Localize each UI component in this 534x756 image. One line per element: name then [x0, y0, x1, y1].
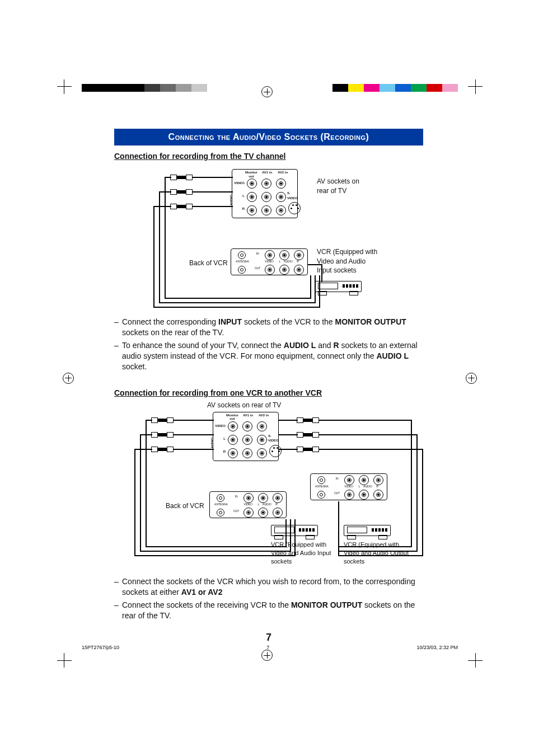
- rca-plug-icon: [308, 447, 319, 452]
- rca-socket-icon: [228, 421, 238, 431]
- diagram-wire: [193, 206, 233, 207]
- label: ANTENNA: [235, 260, 250, 263]
- color-swatches-right: [317, 84, 458, 92]
- label: Monitor out: [224, 414, 240, 421]
- rca-plug-icon: [151, 432, 162, 438]
- registration-mark-icon: [466, 373, 477, 384]
- diagram-wire: [279, 449, 298, 450]
- label: AV2 in: [275, 171, 291, 174]
- swatch: [113, 84, 129, 92]
- label: R: [374, 485, 380, 488]
- figure-caption: AV sockets on rear of TV: [207, 401, 281, 410]
- diagram-wire: [319, 434, 418, 435]
- list-item: Connect the sockets of the VCR which you…: [122, 576, 423, 598]
- coax-socket-icon: [217, 494, 224, 502]
- list-item: Connect the sockets of the receiving VCR…: [122, 600, 423, 621]
- rca-socket-icon: [242, 421, 252, 431]
- footer-timestamp: 10/23/03, 2:32 PM: [416, 644, 458, 651]
- label: VIDEO: [231, 181, 245, 185]
- label: AV1 in: [240, 414, 256, 417]
- footer-filename: 15PT2767/p5-10: [82, 644, 119, 651]
- rca-socket-icon: [261, 205, 271, 215]
- section-title: Connecting the Audio/Video Sockets (Reco…: [114, 129, 423, 145]
- diagram-wire: [174, 420, 214, 421]
- diagram-wire: [134, 449, 152, 450]
- coax-socket-icon: [317, 491, 325, 499]
- rca-socket-icon: [242, 435, 252, 445]
- rca-socket-icon: [276, 192, 286, 202]
- swatch: [144, 84, 160, 92]
- rca-socket-icon: [258, 493, 268, 503]
- rca-plug-icon: [162, 432, 174, 438]
- swatch: [380, 84, 395, 92]
- crop-mark-icon: [57, 645, 79, 668]
- diagram-wire: [308, 264, 322, 265]
- bullet-list: Connect the corresponding INPUT sockets …: [114, 317, 423, 372]
- label: VIDEO: [343, 485, 354, 488]
- diagram-wire: [279, 420, 298, 421]
- rca-plug-icon: [170, 189, 181, 195]
- svideo-socket-icon: [269, 445, 282, 457]
- rca-socket-icon: [257, 421, 267, 431]
- diagram-wire: [153, 206, 171, 207]
- rca-plug-icon: [297, 432, 308, 438]
- diagram-tv-socket-panel: Monitor out AV1 in AV2 in VIDEO L AUDIO …: [213, 412, 279, 461]
- figure-caption: Back of VCR: [166, 501, 204, 510]
- registration-mark-icon: [261, 650, 273, 661]
- rca-plug-icon: [297, 417, 308, 423]
- coax-socket-icon: [317, 476, 325, 484]
- diagram-wire: [146, 420, 152, 421]
- diagram-tv-socket-panel: Monitor out AV1 in AV2 in VIDEO L AUDIO …: [232, 169, 298, 218]
- rca-plug-icon: [181, 204, 193, 209]
- diagram-wire: [310, 275, 311, 299]
- rca-socket-icon: [279, 265, 289, 275]
- diagram-wire: [165, 177, 166, 299]
- print-footer: 15PT2767/p5-10 7 10/23/03, 2:32 PM: [82, 644, 458, 651]
- rca-plug-icon: [181, 175, 193, 180]
- rca-socket-icon: [344, 475, 354, 485]
- coax-socket-icon: [238, 266, 246, 274]
- diagram-wire: [193, 191, 233, 192]
- rca-socket-icon: [243, 508, 254, 518]
- rca-socket-icon: [242, 448, 252, 458]
- rca-plug-icon: [308, 417, 319, 423]
- footer-sheet: 7: [266, 644, 269, 651]
- diagram-vcr-back-panel: ANTENNA VIDEO L AUDIO R IN OUT: [231, 248, 308, 275]
- swatch: [317, 84, 332, 92]
- vcr-unit-icon: [315, 281, 362, 295]
- label: IN: [254, 252, 261, 255]
- rca-socket-icon: [344, 490, 354, 500]
- figure-record-from-tv: Monitor out AV1 in AV2 in VIDEO L AUDIO …: [114, 163, 423, 309]
- label: R: [212, 449, 226, 454]
- rca-plug-icon: [162, 447, 174, 452]
- figure-caption: VCR (Equipped with Video and Audio Input…: [317, 247, 378, 275]
- figure-caption: VCR (Equipped with Video and Audio Input…: [271, 541, 332, 566]
- rca-socket-icon: [273, 493, 283, 503]
- rca-socket-icon: [228, 435, 238, 445]
- diagram-wire: [279, 434, 298, 435]
- rca-socket-icon: [359, 475, 369, 485]
- swatch: [364, 84, 380, 92]
- diagram-wire: [193, 177, 233, 178]
- rca-plug-icon: [297, 447, 308, 452]
- label: S-VIDEO: [287, 191, 301, 200]
- vcr-unit-icon: [271, 525, 318, 539]
- swatch: [82, 84, 97, 92]
- registration-mark-icon: [261, 86, 273, 97]
- swatch: [129, 84, 144, 92]
- rca-socket-icon: [276, 205, 286, 215]
- rca-socket-icon: [261, 192, 271, 202]
- diagram-vcr-back-panel: ANTENNA VIDEO L AUDIO R IN OUT: [310, 473, 387, 500]
- crop-mark-icon: [57, 79, 79, 102]
- swatch: [348, 84, 364, 92]
- label: AV1 in: [259, 171, 275, 174]
- diagram-wire: [146, 546, 287, 547]
- diagram-wire: [159, 191, 171, 192]
- swatch: [207, 84, 223, 92]
- figure-caption: Back of VCR: [189, 259, 228, 267]
- rca-socket-icon: [373, 475, 383, 485]
- diagram-wire: [140, 434, 141, 552]
- diagram-wire: [159, 302, 316, 303]
- rca-socket-icon: [265, 265, 275, 275]
- subsection-title: Connection for recording from one VCR to…: [114, 388, 423, 398]
